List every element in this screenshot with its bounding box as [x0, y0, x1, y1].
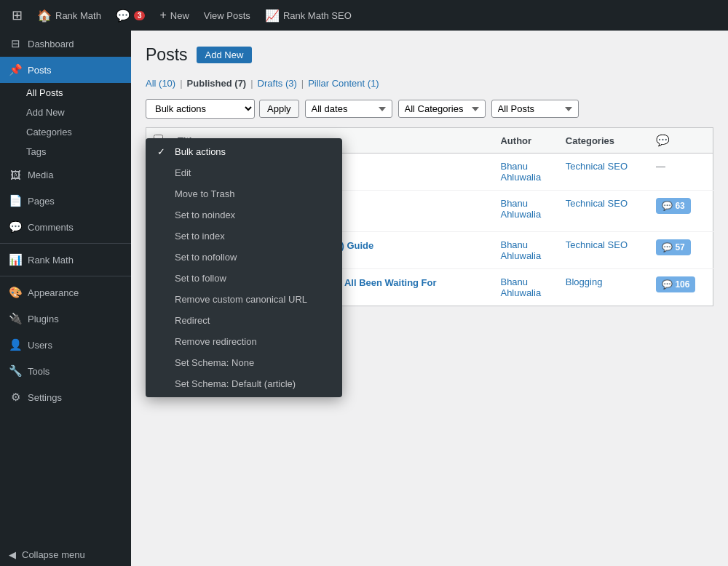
- sidebar-item-appearance[interactable]: 🎨 Appearance: [0, 279, 131, 306]
- rank-math-seo[interactable]: 📈 Rank Math SEO: [259, 0, 357, 31]
- sidebar: ⊟ Dashboard 📌 Posts All Posts Add New Ca…: [0, 31, 131, 566]
- rank-math-icon: 📊: [9, 253, 22, 266]
- posts-submenu: All Posts Add New Categories Tags: [0, 83, 131, 162]
- categories-column-header: Categories: [558, 128, 649, 154]
- sidebar-item-settings[interactable]: ⚙ Settings: [0, 384, 131, 410]
- view-posts[interactable]: View Posts: [198, 0, 256, 31]
- add-new-button[interactable]: Add New: [197, 47, 253, 63]
- post-category-cell: Technical SEO: [558, 154, 649, 191]
- post-category-cell: Technical SEO: [558, 191, 649, 232]
- comments-icon-header: 💬: [656, 134, 670, 146]
- apply-button[interactable]: Apply: [259, 100, 299, 118]
- author-link[interactable]: BhanuAhluwalia: [500, 239, 541, 261]
- sidebar-item-plugins[interactable]: 🔌 Plugins: [0, 306, 131, 332]
- settings-icon: ⚙: [9, 391, 22, 404]
- sidebar-item-pages[interactable]: 📄 Pages: [0, 188, 131, 214]
- post-comments-cell: 💬 106: [649, 269, 713, 306]
- comments-badge[interactable]: 💬 63: [656, 198, 691, 214]
- sidebar-divider-1: [0, 243, 131, 244]
- sidebar-item-comments[interactable]: 💬 Comments: [0, 214, 131, 240]
- new-content[interactable]: + New: [154, 0, 194, 31]
- collapse-menu-button[interactable]: ◀ Collapse menu: [0, 543, 131, 566]
- dropdown-item-schema-default[interactable]: Set Schema: Default (article): [146, 373, 342, 394]
- category-link[interactable]: Technical SEO: [566, 161, 628, 172]
- post-author-cell: BhanuAhluwalia: [493, 154, 558, 191]
- media-icon: 🖼: [9, 169, 22, 181]
- subnav-pillar[interactable]: Pillar Content (1): [308, 76, 379, 90]
- dropdown-item-remove-redirection[interactable]: Remove redirection: [146, 331, 342, 352]
- comments-icon: 💬: [9, 220, 22, 234]
- page-title: Posts: [146, 45, 188, 65]
- sidebar-item-all-posts[interactable]: All Posts: [0, 83, 131, 103]
- dates-filter[interactable]: All dates January 2024: [305, 100, 392, 118]
- main-content: Posts Add New All (10) | Published (7) |…: [131, 31, 728, 566]
- check-icon: ✓: [157, 146, 169, 157]
- posts-icon: 📌: [9, 63, 22, 76]
- author-column-header: Author: [493, 128, 558, 154]
- author-link[interactable]: BhanuAhluwalia: [500, 276, 541, 298]
- sidebar-item-tools[interactable]: 🔧 Tools: [0, 358, 131, 384]
- dropdown-item-index[interactable]: Set to index: [146, 226, 342, 247]
- sidebar-item-tags[interactable]: Tags: [0, 142, 131, 162]
- author-link[interactable]: BhanuAhluwalia: [500, 161, 541, 183]
- post-category-cell: Blogging: [558, 269, 649, 306]
- dropdown-item-noindex[interactable]: Set to noindex: [146, 204, 342, 226]
- bulk-actions-wrapper: Bulk actions Apply: [146, 99, 299, 119]
- sidebar-item-rank-math[interactable]: 📊 Rank Math: [0, 247, 131, 273]
- comments-dash: —: [656, 161, 665, 172]
- site-name[interactable]: 🏠 Rank Math: [31, 0, 107, 31]
- post-category-cell: Technical SEO: [558, 232, 649, 269]
- admin-bar: ⊞ 🏠 Rank Math 💬 3 + New View Posts 📈 Ran…: [0, 0, 728, 31]
- appearance-icon: 🎨: [9, 286, 22, 299]
- dropdown-item-trash[interactable]: Move to Trash: [146, 183, 342, 204]
- categories-filter[interactable]: All Categories Technical SEO Blogging: [398, 100, 486, 118]
- subnav-drafts[interactable]: Drafts (3): [258, 76, 297, 90]
- tools-icon: 🔧: [9, 364, 22, 378]
- sidebar-item-add-new[interactable]: Add New: [0, 103, 131, 122]
- sidebar-item-posts[interactable]: 📌 Posts: [0, 57, 131, 83]
- dropdown-item-nofollow[interactable]: Set to nofollow: [146, 247, 342, 268]
- subnav-all[interactable]: All (10): [146, 76, 175, 90]
- dropdown-item-canonical[interactable]: Remove custom canonical URL: [146, 289, 342, 310]
- post-type-filter[interactable]: All Posts Pillar Content: [491, 100, 579, 118]
- comments-badge[interactable]: 💬 57: [656, 239, 691, 255]
- comments-column-header: 💬: [649, 128, 713, 154]
- category-link[interactable]: Blogging: [566, 276, 603, 287]
- users-icon: 👤: [9, 338, 22, 351]
- subnav-published[interactable]: Published (7): [187, 76, 247, 90]
- dashboard-icon: ⊟: [9, 37, 22, 50]
- comments-badge[interactable]: 💬 106: [656, 276, 695, 292]
- post-comments-cell: 💬 57: [649, 232, 713, 269]
- sidebar-divider-2: [0, 276, 131, 276]
- dropdown-item-edit[interactable]: Edit: [146, 162, 342, 183]
- filters-row: Bulk actions Apply All dates January 202…: [146, 99, 713, 119]
- sidebar-item-dashboard[interactable]: ⊟ Dashboard: [0, 31, 131, 57]
- author-link[interactable]: BhanuAhluwalia: [500, 198, 541, 220]
- sidebar-item-categories[interactable]: Categories: [0, 122, 131, 142]
- bulk-actions-dropdown: ✓ Bulk actions Edit Move to Trash Set to…: [146, 138, 342, 397]
- bulk-actions-select[interactable]: Bulk actions: [146, 99, 255, 119]
- post-comments-cell: —: [649, 154, 713, 191]
- wp-logo[interactable]: ⊞: [6, 0, 28, 31]
- category-link[interactable]: Technical SEO: [566, 239, 628, 250]
- post-author-cell: BhanuAhluwalia: [493, 232, 558, 269]
- sub-nav: All (10) | Published (7) | Drafts (3) | …: [146, 76, 713, 90]
- post-author-cell: BhanuAhluwalia: [493, 191, 558, 232]
- sidebar-item-media[interactable]: 🖼 Media: [0, 162, 131, 188]
- post-comments-cell: 💬 63: [649, 191, 713, 232]
- plugins-icon: 🔌: [9, 312, 22, 325]
- dropdown-item-follow[interactable]: Set to follow: [146, 268, 342, 289]
- sidebar-item-users[interactable]: 👤 Users: [0, 332, 131, 358]
- comments-link[interactable]: 💬 3: [110, 0, 151, 31]
- post-author-cell: BhanuAhluwalia: [493, 269, 558, 306]
- dropdown-item-bulk-actions[interactable]: ✓ Bulk actions: [146, 141, 342, 162]
- page-title-row: Posts Add New: [146, 45, 713, 65]
- dropdown-item-redirect[interactable]: Redirect: [146, 310, 342, 331]
- dropdown-item-schema-none[interactable]: Set Schema: None: [146, 352, 342, 373]
- pages-icon: 📄: [9, 194, 22, 207]
- category-link[interactable]: Technical SEO: [566, 198, 628, 209]
- collapse-icon: ◀: [9, 549, 16, 560]
